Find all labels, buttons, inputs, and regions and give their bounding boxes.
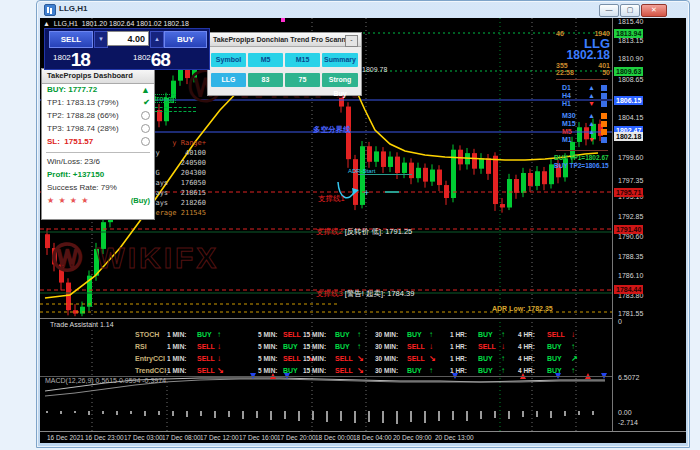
macd-histogram-bar (508, 411, 510, 419)
status-square-icon (601, 137, 607, 143)
close-button[interactable]: ✕ (641, 4, 667, 17)
scanner-header-m5[interactable]: M5 (248, 53, 283, 67)
timeframe-label: 1 HR: (450, 331, 467, 338)
timeframe-label: H1 (562, 100, 571, 107)
macd-histogram-bar (592, 411, 594, 415)
signal-value: BUY (547, 355, 562, 362)
tp3-value: 1798.74 (28%) (66, 124, 118, 133)
arrow-down-icon: ▼ (588, 136, 595, 143)
axis-tick: 1781.55 (618, 310, 643, 317)
candle-body (500, 204, 505, 207)
arrow-up-icon: ▲ (141, 85, 150, 95)
macd-histogram-bar (368, 411, 370, 422)
signal-value: BUY (478, 355, 493, 362)
support2-label: 支撑线2 [反转价 低]: 1791.25 (316, 227, 412, 237)
lot-size-input[interactable]: 4.00 (107, 31, 149, 46)
timeframe-label: 5 MIN: (258, 331, 278, 338)
sell-button[interactable]: SELL (49, 31, 93, 48)
macd-histogram-bar (494, 411, 496, 418)
scanner-header-summary[interactable]: Summary (322, 53, 358, 67)
dashboard-title[interactable]: TakePropips Dashboard (42, 69, 154, 84)
status-square-icon (601, 93, 607, 99)
signal-arrow-icon: ↘ (429, 354, 436, 363)
signal-arrow-icon: ↗ (571, 354, 578, 363)
signal-value: BUY (547, 367, 562, 374)
info-value: 50 (602, 69, 610, 76)
candle-body (430, 170, 435, 182)
panel-separator[interactable] (40, 318, 612, 319)
macd-histogram-bar (228, 411, 230, 417)
macd-scale-zero: 0.00 (618, 409, 632, 416)
clock-icon (141, 124, 150, 135)
scanner-header-m15[interactable]: M15 (285, 53, 320, 67)
macd-histogram-bar (130, 411, 132, 414)
titlebar[interactable]: LLG,H1 — ▢ ✕ (37, 1, 689, 18)
indicator-name: EntryCCI (135, 355, 165, 362)
candle-body (367, 146, 372, 162)
timeframe-label: 15 MIN: (303, 343, 326, 350)
candle-body (409, 163, 414, 179)
arrow-up-icon: ▲ (588, 112, 595, 119)
signal-arrow-icon: ↑ (501, 366, 505, 375)
star-rating: ★ ★ ★ ★ (47, 196, 89, 205)
scanner-header-symbol[interactable]: Symbol (211, 53, 246, 67)
candle-body (353, 159, 358, 205)
winloss-label: Win/Loss: (47, 157, 82, 166)
scanner-title[interactable]: TakePropips Donchian Trend Pro Scanner (208, 33, 361, 47)
buy-value: 1777.72 (68, 85, 97, 94)
candle-body (507, 179, 512, 207)
sell-price-pips: 18 (71, 49, 90, 70)
clock-icon (141, 137, 150, 148)
macd-label: MACD(12,26,9) 0.5615 0.9594 -0.3974 (45, 377, 166, 384)
buy-button[interactable]: BUY (164, 31, 207, 48)
signal-arrow-icon: ↓ (217, 342, 221, 351)
assistant-title: Trade Assistant 1.14 (50, 321, 114, 328)
scanner-symbol-cell[interactable]: LLG (211, 73, 246, 87)
scanner-panel: TakePropips Donchian Trend Pro Scanner -… (207, 32, 362, 96)
one-click-trade-panel: SELL ▾ 4.00 ▴ BUY 180218 180268 (44, 28, 210, 70)
macd-histogram-bar (74, 411, 76, 413)
axis-tick: 1813.15 (618, 37, 643, 44)
scanner-minimize-button[interactable]: - (345, 35, 358, 47)
candle-body (66, 283, 71, 311)
macd-histogram-bar (396, 411, 398, 424)
maximize-button[interactable]: ▢ (620, 4, 640, 17)
lot-increase-button[interactable]: ▴ (150, 31, 164, 48)
minimize-button[interactable]: — (599, 4, 619, 17)
tp3-label: TP3: (47, 124, 64, 133)
timeframe-label: 1 HR: (450, 343, 467, 350)
chart-area[interactable]: Ⓦ WikiFX Ⓦ WIKIFX ▲ LLG,H1 1801.20 1802.… (40, 18, 686, 443)
buy-price[interactable]: 180268 (133, 49, 170, 67)
verdict-label: (Buy) (131, 196, 150, 205)
timeframe-label: 30 MIN: (375, 331, 398, 338)
signal-arrow-icon: ↑ (217, 330, 221, 339)
macd-histogram-bar (88, 411, 90, 415)
signal-value: SELL (197, 367, 215, 374)
tp2-value: 1788.28 (66%) (66, 111, 118, 120)
price-axis-separator (612, 18, 613, 431)
axis-price-tag: 1795.71 (614, 188, 643, 197)
indicator-name: STOCH (135, 331, 159, 338)
signal-arrow-icon: ↓ (571, 330, 575, 339)
arrow-down-icon: ▼ (588, 100, 595, 107)
candle-body (381, 151, 386, 167)
signal-arrow-icon: ↑ (429, 366, 433, 375)
tp1-level-label: BUY TP1=1802.67 (554, 154, 609, 161)
time-label: 17 Dec 20:00 (277, 434, 316, 441)
dashed-marker (150, 107, 196, 108)
buy-price-pips: 68 (151, 49, 170, 70)
macd-histogram-bar (242, 411, 244, 419)
timeframe-label: M30 (562, 112, 576, 119)
macd-histogram-bar (284, 411, 286, 419)
macd-histogram-bar (312, 411, 314, 420)
lot-decrease-button[interactable]: ▾ (94, 31, 108, 48)
magenta-marker (281, 18, 285, 22)
macd-histogram-bar (200, 411, 202, 416)
divider (556, 150, 608, 151)
dashboard-panel: TakePropips Dashboard BUY: 1777.72▲ TP1:… (41, 68, 155, 220)
macd-histogram-bar (270, 411, 272, 420)
candle-body (514, 179, 519, 193)
macd-histogram-bar (466, 411, 468, 421)
sell-price[interactable]: 180218 (53, 49, 90, 67)
macd-histogram-bar (46, 411, 48, 413)
